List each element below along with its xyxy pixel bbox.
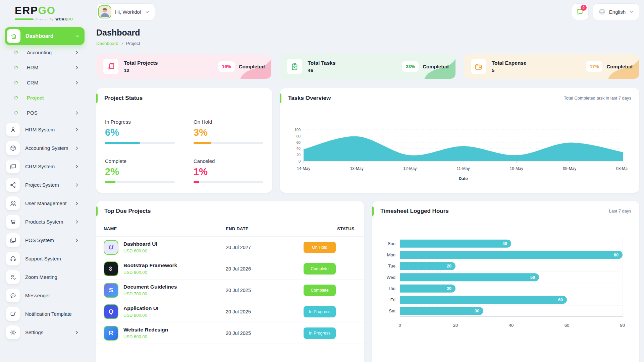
projects-icon: [103, 59, 118, 74]
tasks-overview-chart-wrap: 020406080100 14-May13-May12-May11-May10-…: [280, 108, 639, 195]
sidebar-item-pos-system[interactable]: POS System: [5, 231, 85, 249]
svg-text:80: 80: [620, 323, 625, 328]
project-end-date: 20 Jul 2025: [226, 330, 283, 336]
stat-percent-badge: 23%: [402, 61, 419, 72]
stat-value: 12: [124, 67, 158, 73]
brand-logo-text: ERPGO: [15, 5, 85, 16]
share-icon: [6, 178, 20, 192]
project-status-badge: In Progress: [304, 306, 336, 317]
frames-icon: [6, 233, 20, 247]
chevron-right-icon: [74, 220, 79, 224]
progress-track: [105, 181, 175, 183]
breadcrumb-dashboard-link[interactable]: Dashboard: [96, 41, 118, 46]
table-row[interactable]: ∞ Bootstrap Framework USD 900,00 20 Jul …: [96, 258, 364, 280]
chevron-down-icon: [75, 34, 80, 39]
bullet-icon: [14, 81, 18, 84]
stat-label: Total Tasks: [308, 60, 335, 66]
svg-text:40: 40: [297, 146, 301, 150]
sidebar-item-messenger[interactable]: Messenger: [5, 286, 85, 305]
status-item-canceled: Canceled 1%: [194, 158, 263, 183]
page-head: Dashboard Dashboard › Project: [96, 28, 639, 46]
project-amount: USD 700,00: [123, 291, 177, 296]
chevron-down-icon: [145, 10, 150, 14]
sidebar-item-hrm-system[interactable]: HRM System: [5, 120, 85, 139]
progress-fill: [194, 142, 211, 144]
sidebar-item-user-management[interactable]: User Management: [5, 194, 85, 213]
stat-completed-label: Completed: [606, 64, 633, 69]
sidebar-item-hrm[interactable]: HRM: [5, 60, 85, 75]
chevron-right-icon: [74, 183, 79, 187]
svg-text:80: 80: [297, 134, 301, 138]
sidebar-item-zoom-meeting[interactable]: Zoom Meeting: [5, 268, 85, 286]
project-name: Application UI: [123, 305, 158, 311]
project-name: Document Guidelines: [123, 284, 177, 290]
sidebar-item-dashboard[interactable]: Dashboard: [5, 27, 85, 45]
svg-text:09-May: 09-May: [563, 166, 576, 171]
project-logo-icon: ∞: [104, 261, 118, 276]
project-status-head: Project Status: [96, 88, 272, 108]
chevron-right-icon: [74, 330, 79, 335]
brand-logo[interactable]: ERPGO Powered By WORKDO: [5, 4, 85, 21]
status-item-on-hold: On Hold 3%: [194, 119, 263, 144]
breadcrumb: Dashboard › Project: [96, 41, 639, 46]
stat-label: Total Projects: [124, 60, 158, 66]
timesheet-chart: 40 Sun 80 Mon 20 Tue 50 Wed 20 Thu 60 Fr…: [378, 223, 633, 339]
table-header: NAME END DATE STATUS: [96, 221, 364, 237]
status-label: In Progress: [105, 119, 175, 125]
table-row[interactable]: Ǫ Application UI USD 800,00 20 Jul 2025 …: [96, 301, 364, 322]
sidebar-item-project-system[interactable]: Project System: [5, 176, 85, 194]
messages-button[interactable]: 0: [572, 3, 589, 20]
sidebar-item-products-system[interactable]: Products System: [5, 213, 85, 231]
table-row[interactable]: S Document Guidelines USD 700,00 20 Jul …: [96, 280, 364, 301]
bottom-row: Top Due Projects NAME END DATE STATUS U …: [96, 201, 639, 362]
sidebar-item-label: POS: [27, 110, 38, 116]
svg-text:Date: Date: [459, 176, 468, 181]
tasks-overview-card: Tasks Overview Total Completed task in l…: [280, 88, 639, 193]
tasks-overview-title: Tasks Overview: [288, 95, 331, 102]
sidebar-item-accounting-system[interactable]: Accounting System: [5, 139, 85, 157]
sidebar-item-crm-system[interactable]: CRM System: [5, 157, 85, 176]
progress-fill: [194, 181, 199, 183]
sidebar-item-notification-template[interactable]: Notification Template: [5, 305, 85, 323]
sidebar-item-crm[interactable]: CRM: [5, 75, 85, 90]
cart-icon: [6, 215, 20, 229]
timesheet-card: Timesheet Logged Hours Last 7 days 40 Su…: [372, 201, 639, 362]
home-icon: [7, 29, 20, 43]
globe-icon: [598, 8, 606, 15]
breadcrumb-separator-icon: ›: [121, 41, 123, 46]
sidebar-item-pos[interactable]: POS: [5, 105, 85, 120]
stat-card-total-expense: Total Expense 5 17% Completed: [464, 54, 639, 79]
users-icon: [6, 196, 20, 210]
greeting-label: Hi, Workdo!: [115, 9, 141, 15]
project-amount: USD 600,00: [123, 334, 168, 339]
sidebar-item-project[interactable]: Project: [5, 90, 85, 105]
project-end-date: 20 Jul 2026: [226, 266, 283, 272]
project-status-badge: Complete: [304, 263, 336, 275]
mid-row: Project Status In Progress 6% On Hold 3%…: [96, 88, 639, 193]
table-row[interactable]: R Website Redesign USD 600,00 20 Jul 202…: [96, 322, 364, 344]
col-end-date: END DATE: [226, 226, 283, 231]
svg-text:40: 40: [502, 241, 507, 246]
chevron-down-icon: [629, 9, 634, 14]
gear-icon: [6, 325, 20, 339]
project-end-date: 20 Jul 2027: [226, 245, 283, 250]
language-selector[interactable]: English: [593, 3, 639, 20]
project-logo-icon: U: [104, 240, 118, 255]
brand-underline: [15, 18, 34, 20]
sidebar-item-support-system[interactable]: Support System: [5, 249, 85, 268]
project-status-badge: In Progress: [304, 327, 336, 339]
user-menu[interactable]: Hi, Workdo!: [96, 3, 155, 20]
svg-text:Tue: Tue: [388, 263, 395, 268]
timesheet-head: Timesheet Logged Hours Last 7 days: [372, 201, 639, 221]
svg-text:08-May: 08-May: [616, 166, 628, 171]
table-row[interactable]: U Dashboard UI USD 600,00 20 Jul 2027 On…: [96, 237, 364, 258]
avatar: [98, 5, 111, 18]
workdo-label: WORKDO: [55, 17, 73, 21]
progress-track: [194, 142, 263, 144]
status-item-complete: Complete 2%: [105, 158, 175, 183]
sidebar-item-settings[interactable]: Settings: [5, 323, 85, 342]
svg-text:20: 20: [297, 153, 301, 157]
sidebar-item-accounting[interactable]: Accounting: [5, 45, 85, 60]
user-icon: [6, 123, 20, 136]
svg-text:30: 30: [475, 309, 479, 313]
